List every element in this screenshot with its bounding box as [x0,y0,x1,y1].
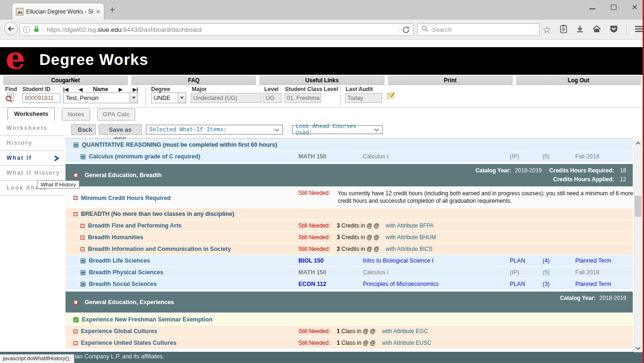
sidebar-item-history[interactable]: History [0,136,64,151]
unchecked-requirement-icon [73,173,78,178]
meta-key: Credits Hours Required: [549,167,614,174]
find-student-icon[interactable] [5,93,16,105]
worksheet-row: ✓Experience New Freshman Seminar Exempti… [65,314,633,326]
window-close-button[interactable]: × [632,3,637,11]
ellucian-logo: e [6,40,25,76]
credits-cell: (3) [543,278,550,290]
term-cell: Fall 2018 [575,151,599,163]
course-title[interactable]: Principles of Microeconomics [363,278,439,290]
chevron-down-icon[interactable] [130,93,137,103]
bookmark-star-icon[interactable]: ☆ [543,25,551,35]
unchecked-requirement-icon [80,235,85,240]
requirement-label: Experience United States Cultures [81,340,176,346]
window-maximize-button[interactable] [611,5,616,10]
window-minimize-button[interactable] [589,5,595,9]
in-progress-icon: ~ [80,154,86,159]
url-text: https://dgwt02.isg.siue.edu:8443/Dashboa… [47,26,395,33]
tab-favicon [16,8,23,15]
name-select[interactable]: Test, Person [63,93,138,103]
sidebar-item-what-if-history[interactable]: What If History [0,166,64,181]
back-button[interactable] [4,22,18,36]
section-header-row: General Education, Breadth Catalog Year:… [65,164,633,186]
unchecked-requirement-icon [73,341,78,345]
meta-value: 2018-2019 [515,166,542,175]
search-bar[interactable]: Search [417,23,540,36]
home-icon[interactable] [592,25,601,35]
audit-note-icon[interactable] [385,91,396,102]
grade-cell: PLAN [510,255,525,267]
nav-tab-faq[interactable]: FAQ [131,76,256,85]
attribute-label: with Attribute BFPA [386,222,434,229]
scroll-down-arrow[interactable] [634,344,642,352]
student-id-input[interactable] [22,93,60,103]
chevron-down-icon[interactable] [178,93,186,103]
requirement-label: QUANTITATIVE REASONING (must be complete… [82,142,277,148]
scrollbar-thumb[interactable] [635,196,642,217]
worksheet-row: ~Breadth Life SciencesBIOL 150 Intro to … [65,255,633,267]
whatif-items-dropdown[interactable]: Selected What-If Items: [146,125,283,135]
downloads-icon[interactable] [576,25,584,35]
pocket-icon[interactable] [609,25,618,35]
save-as-pdf-button[interactable]: Save as PDF [99,124,142,135]
tab-worksheets[interactable]: Worksheets [7,107,55,121]
attribute-label: with Attribute EUSC [382,340,431,346]
sidebar-item-what-if[interactable]: What If [0,151,64,166]
reading-list-icon[interactable] [559,24,568,36]
chevron-down-icon [374,128,379,132]
degree-select[interactable]: UNDE [151,93,186,103]
scroll-up-arrow[interactable] [634,139,642,147]
browser-tab[interactable]: Ellucian Degree Works - Sl... × [12,3,104,20]
vertical-scrollbar[interactable] [634,139,642,352]
search-icon [421,25,428,34]
worksheet-row: Breadth Information and Communication in… [65,243,633,255]
tab-gpa-calc[interactable]: GPA Calc [97,108,136,121]
nav-tab-useful-links[interactable]: Useful Links [260,76,384,85]
tab-close-icon[interactable]: × [96,8,100,15]
sidebar-item-worksheets[interactable]: Worksheets [0,121,64,136]
course-code-link[interactable]: MATH 150 [298,267,326,278]
info-icon[interactable]: i [23,26,30,33]
course-title[interactable]: Intro to Biological Science I [363,255,434,267]
nav-tab-print[interactable]: Print [388,76,513,85]
worksheet-row: ~Breadth Social SciencesECON 112 Princip… [65,278,633,290]
course-code-link[interactable]: BIOL 150 [298,255,324,267]
worksheet-rows: ~QUANTITATIVE REASONING (must be complet… [65,139,633,349]
tab-notes[interactable]: Notes [62,108,90,121]
requirement-label: BREADTH (No more than two classes in any… [81,211,234,217]
credits-cell: (5) [543,267,550,278]
grade-cell: (IP) [510,151,519,163]
next-record-button[interactable]: ▶ [119,86,123,92]
browser-toolbar: i https://dgwt02.isg.siue.edu:8443/Dashb… [0,20,644,40]
meta-key: Catalog Year: [475,167,511,174]
chevron-down-icon [274,128,280,132]
course-title: Calculus I [363,267,389,278]
course-code-link[interactable]: MATH 150 [298,151,326,163]
last-record-button[interactable]: ▶| [133,86,138,92]
requirement-label: Breadth Information and Communication in… [88,246,231,252]
toolbar-divider [626,25,627,35]
meta-value: 12 [618,175,626,184]
back-worksheet-button[interactable]: Back [71,124,96,135]
term-cell: Fall 2018 [575,267,599,278]
chevron-right-icon [53,155,59,164]
course-code-link[interactable]: ECON 112 [298,278,326,290]
requirement-label: Experience New Freshman Seminar Exemptio… [82,316,212,323]
url-bar[interactable]: i https://dgwt02.isg.siue.edu:8443/Dashb… [20,23,413,36]
degreeworks-header: e Degree Works [0,47,644,75]
meta-value: 18 [618,166,626,175]
lookahead-courses-dropdown[interactable]: Look Ahead Courses Used: [292,125,383,134]
meta-key: Catalog Year: [560,295,595,301]
new-tab-button[interactable]: + [109,4,115,15]
last-audit-field: Today [345,93,382,103]
credits-cell: (4) [543,255,550,267]
requirement-label: Minimum Credit Hours Required [81,195,171,201]
nav-tab-log-out[interactable]: Log Out [516,76,641,85]
name-label: Name [93,86,109,93]
menu-hamburger-icon[interactable] [635,25,643,35]
reload-button[interactable] [402,26,410,34]
worksheet-row: ~Breadth Physical SciencesMATH 150 Calcu… [65,267,633,278]
first-record-button[interactable]: |◀ [63,86,68,92]
meta-value: 2018-2019 [600,294,626,303]
prev-record-button[interactable]: ◀ [79,86,82,92]
nav-tab-cougarnet[interactable]: CougarNet [3,76,128,85]
